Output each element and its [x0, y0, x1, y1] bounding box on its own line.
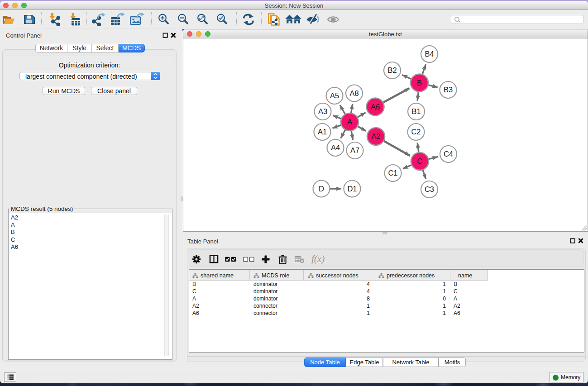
svg-text:C: C [417, 157, 423, 165]
svg-text:A7: A7 [350, 146, 359, 154]
svg-text:A8: A8 [349, 89, 359, 97]
svg-text:A: A [347, 118, 352, 126]
svg-text:C3: C3 [425, 185, 434, 193]
svg-text:D: D [319, 185, 324, 193]
svg-text:B: B [417, 79, 422, 87]
svg-text:A5: A5 [330, 91, 339, 100]
svg-text:A4: A4 [331, 143, 340, 152]
svg-text:A6: A6 [371, 103, 380, 111]
svg-text:A3: A3 [318, 107, 327, 115]
svg-text:C2: C2 [411, 128, 421, 136]
svg-text:B1: B1 [411, 107, 421, 115]
svg-text:C4: C4 [444, 150, 453, 158]
svg-text:D1: D1 [347, 185, 357, 193]
svg-text:A2: A2 [371, 132, 380, 140]
svg-text:C1: C1 [388, 169, 397, 177]
svg-text:B4: B4 [425, 50, 434, 58]
svg-text:A1: A1 [318, 128, 327, 136]
svg-text:B3: B3 [444, 86, 453, 94]
svg-text:B2: B2 [387, 66, 397, 74]
